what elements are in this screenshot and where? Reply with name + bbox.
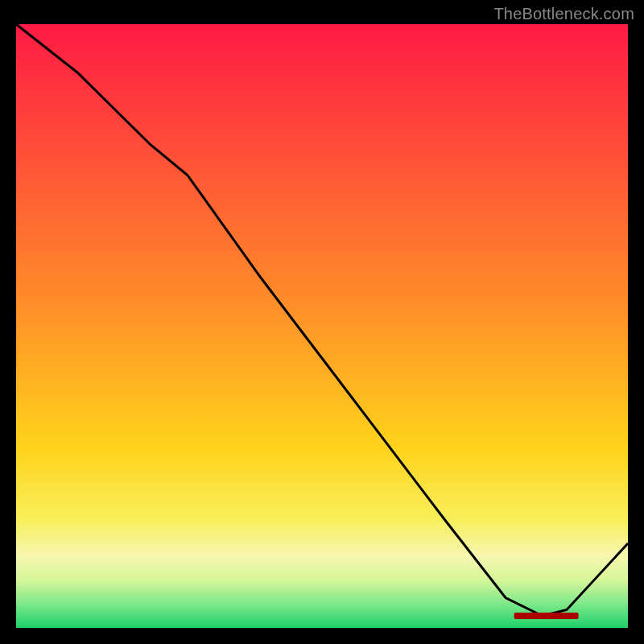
chart-frame: TheBottleneck.com [0,0,644,644]
plot-area [16,24,628,628]
curve-line [16,24,628,616]
min-marker [514,613,579,619]
attribution-text: TheBottleneck.com [493,5,634,23]
plot-curve [16,24,628,628]
